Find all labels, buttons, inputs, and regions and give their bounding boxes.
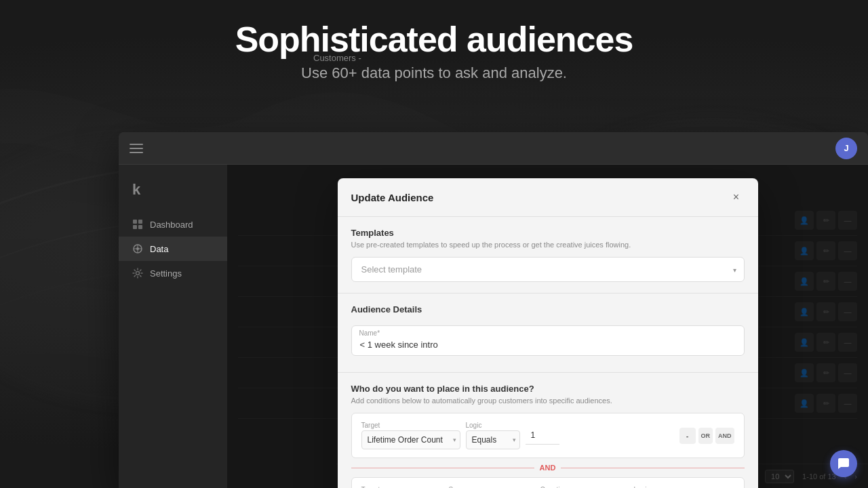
logic-label-1: Logic (466, 422, 520, 429)
templates-section: Templates Use pre-created templates to s… (338, 217, 758, 293)
modal-title: Update Audience (351, 192, 434, 203)
and-label: AND (540, 464, 556, 472)
condition-row-1: Target Lifetime Order Count Logic (351, 413, 745, 458)
svg-rect-2 (133, 220, 137, 224)
update-audience-modal: Update Audience × Templates Use pre-crea… (338, 178, 758, 488)
target-select-wrap-1: Lifetime Order Count (361, 430, 460, 449)
modal-close-button[interactable]: × (728, 189, 745, 205)
name-input[interactable] (351, 325, 745, 356)
hamburger-line-2 (130, 148, 143, 149)
avatar[interactable]: J (835, 138, 857, 159)
svg-point-10 (136, 272, 140, 275)
sidebar-label-data: Data (150, 244, 168, 254)
logic-field-group-1: Logic Equals (466, 422, 520, 449)
hamburger-menu[interactable] (130, 144, 143, 153)
condition-fields-1: Target Lifetime Order Count Logic (361, 422, 734, 449)
sidebar-item-settings[interactable]: Settings (119, 261, 227, 285)
app-topbar: J (119, 132, 868, 165)
hero-section: Sophisticated audiences Use 60+ data poi… (0, 20, 868, 82)
logic-select-1[interactable]: Equals (466, 430, 520, 449)
chat-icon (837, 457, 850, 470)
template-select-wrapper: Select template ▾ (351, 257, 745, 282)
modal-overlay: Update Audience × Templates Use pre-crea… (227, 165, 868, 488)
app-window: J k Dashboard (119, 132, 868, 488)
and-line-left (351, 468, 534, 468)
target-label-1: Target (361, 422, 460, 429)
templates-title: Templates (351, 228, 745, 238)
content-area: 👤 ✏ — 👤 ✏ — 👤 ✏ — (227, 165, 868, 488)
settings-icon (132, 268, 143, 279)
conditions-desc: Add conditions below to automatically gr… (351, 396, 745, 405)
remove-condition-button-1[interactable]: - (679, 428, 696, 444)
hamburger-line-1 (130, 144, 143, 145)
hamburger-line-3 (130, 152, 143, 153)
conditions-title: Who do you want to place in this audienc… (351, 384, 745, 394)
svg-rect-5 (138, 225, 142, 229)
name-field-group: Name* (351, 325, 745, 356)
customers-label: Customers - (313, 53, 361, 63)
sidebar-label-settings: Settings (150, 268, 182, 279)
target-select-1[interactable]: Lifetime Order Count (361, 430, 460, 449)
svg-rect-4 (133, 225, 137, 229)
and-line-right (561, 468, 744, 468)
and-button-1[interactable]: AND (715, 428, 734, 444)
condition-row-2: Target Questions Answ Survey (351, 477, 745, 488)
condition-actions-1: - OR AND (679, 428, 734, 444)
sidebar: k Dashboard Data (119, 165, 227, 488)
hero-title: Sophisticated audiences (0, 20, 868, 59)
app-body: k Dashboard Data (119, 165, 868, 488)
data-icon (132, 243, 143, 254)
dashboard-icon (132, 219, 143, 230)
or-button-1[interactable]: OR (698, 428, 713, 444)
value-field-group-1 (526, 426, 559, 445)
hero-subtitle: Use 60+ data points to ask and analyze. (0, 64, 868, 82)
name-field-label: Name* (359, 329, 380, 337)
audience-details-title: Audience Details (351, 304, 745, 314)
value-input-1[interactable] (526, 426, 559, 445)
template-select[interactable]: Select template (351, 257, 745, 282)
modal-header: Update Audience × (338, 178, 758, 217)
sidebar-label-dashboard: Dashboard (150, 220, 193, 230)
templates-description: Use pre-created templates to speed up th… (351, 241, 745, 249)
sidebar-item-data[interactable]: Data (119, 237, 227, 261)
chat-button[interactable] (830, 450, 857, 477)
and-divider: AND (351, 464, 745, 472)
conditions-section: Who do you want to place in this audienc… (338, 373, 758, 488)
sidebar-item-dashboard[interactable]: Dashboard (119, 212, 227, 237)
audience-details-section: Audience Details Name* (338, 293, 758, 373)
target-field-group-1: Target Lifetime Order Count (361, 422, 460, 449)
logic-select-wrap-1: Equals (466, 430, 520, 449)
svg-rect-3 (138, 220, 142, 224)
sidebar-logo: k (119, 176, 227, 212)
